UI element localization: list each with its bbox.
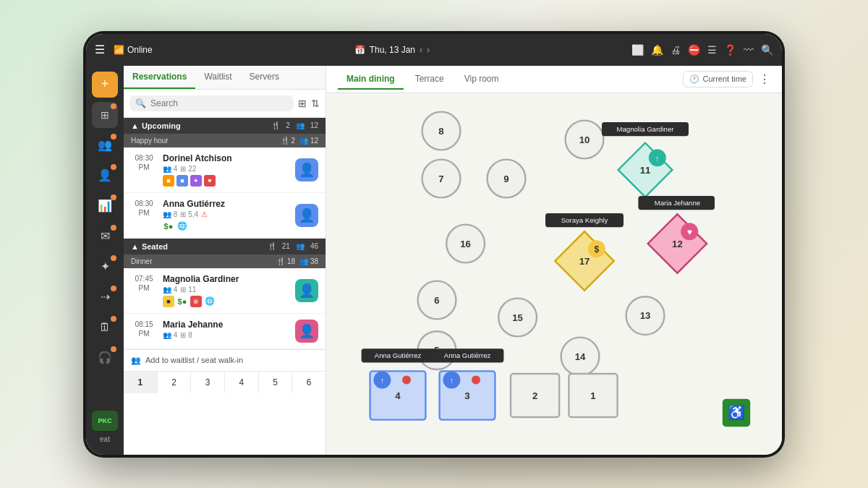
svg-text:12: 12 xyxy=(672,238,683,249)
table-17[interactable]: 17 $ Soraya Keighly xyxy=(545,213,624,291)
svg-text:13: 13 xyxy=(640,310,651,321)
tab-waitlist[interactable]: Waitlist xyxy=(195,66,240,89)
analytics-icon: 📊 xyxy=(98,199,112,213)
table-6[interactable]: 6 xyxy=(418,281,456,319)
chart-icon[interactable]: 〰 xyxy=(744,44,754,56)
sidebar-item-add[interactable]: + xyxy=(92,72,118,98)
table-2[interactable]: 2 xyxy=(511,374,559,417)
date-text: Thu, 13 Jan xyxy=(370,45,415,55)
upcoming-stats: 🍴 2 👥 12 xyxy=(271,121,318,129)
page-1[interactable]: 1 xyxy=(124,372,158,393)
bell-icon[interactable]: 🔔 xyxy=(651,44,663,56)
grid-icon: ⊞ xyxy=(101,109,109,121)
prev-date-button[interactable]: ‹ xyxy=(420,45,422,55)
pkc-badge[interactable]: PKC xyxy=(92,411,118,431)
res-meta: 👥 4 ⊞ 22 xyxy=(163,165,289,173)
reservation-item-anna[interactable]: 08:30PM Anna Gutiérrez 👥 8 ⊞ 5,4 ⚠ $● 🌐 xyxy=(124,193,326,239)
mail-icon: ✉ xyxy=(101,229,110,243)
table-13[interactable]: 13 xyxy=(626,296,665,335)
tab-reservations[interactable]: Reservations xyxy=(124,66,195,89)
floor-plan: 8 7 9 xyxy=(326,93,782,455)
svg-text:15: 15 xyxy=(512,312,523,322)
page-5[interactable]: 5 xyxy=(259,372,293,393)
res-info: Dorinel Atchison 👥 4 ⊞ 22 ■ ■ ✦ ♥ xyxy=(163,153,289,187)
table-1[interactable]: 1 xyxy=(569,374,617,417)
res-tags-3: ■ $● ⊗ 🌐 xyxy=(163,296,289,307)
svg-text:8: 8 xyxy=(438,125,443,136)
reservation-item-dorinel[interactable]: 08:30PM Dorinel Atchison 👥 4 ⊞ 22 ■ ■ ✦ … xyxy=(124,147,326,193)
table-11[interactable]: 11 ↑ Magnolia Gardiner xyxy=(602,122,689,197)
sidebar-item-people[interactable]: 👥 xyxy=(92,132,118,158)
block-icon[interactable]: ⛔ xyxy=(688,44,700,56)
tab-terrace[interactable]: Terrace xyxy=(407,69,453,90)
upcoming-chevron-icon[interactable]: ▲ xyxy=(131,121,139,130)
headphone-icon: 🎧 xyxy=(98,351,112,364)
table-9[interactable]: 9 xyxy=(488,159,526,197)
reservation-item-maria[interactable]: 08:15PM Maria Jehanne 👥 4 ⊞ 8 👤 xyxy=(124,314,326,349)
filter-icon[interactable]: ⇅ xyxy=(311,98,320,109)
upcoming-subsection: Happy hour 🍴 2 👥 12 xyxy=(124,134,326,147)
svg-text:6: 6 xyxy=(434,294,439,305)
svg-text:4: 4 xyxy=(395,390,401,401)
list-icon[interactable]: ☰ xyxy=(707,44,717,56)
table-15[interactable]: 15 xyxy=(498,298,537,336)
svg-text:Anna Gutiérrez: Anna Gutiérrez xyxy=(444,351,491,359)
tab-servers[interactable]: Servers xyxy=(241,66,288,89)
search-input[interactable] xyxy=(150,98,288,108)
grid-view-icon[interactable]: ⊞ xyxy=(298,98,307,109)
svg-point-42 xyxy=(402,375,411,384)
menu-icon[interactable]: ☰ xyxy=(95,43,105,56)
page-4[interactable]: 4 xyxy=(225,372,259,393)
tag-orange: ■ xyxy=(163,175,174,187)
tag-dollar: $● xyxy=(163,221,174,232)
tag-red-2: ⊗ xyxy=(190,296,202,307)
more-options-icon[interactable]: ⋮ xyxy=(759,72,770,86)
table-3[interactable]: 3 ↑ Anna Gutiérrez xyxy=(431,348,504,419)
tab-main-dining[interactable]: Main dining xyxy=(338,69,404,90)
tab-vip-room[interactable]: Vip room xyxy=(456,69,508,90)
search-top-icon[interactable]: 🔍 xyxy=(761,44,773,56)
sidebar-item-analytics[interactable]: 📊 xyxy=(92,193,118,219)
seated-chevron-icon[interactable]: ▲ xyxy=(131,242,139,251)
table-16[interactable]: 16 xyxy=(446,224,485,262)
sidebar-item-mail[interactable]: ✉ xyxy=(92,223,118,249)
table-7[interactable]: 7 xyxy=(422,159,461,197)
waitlist-button[interactable]: 👥 Add to waitlist / seat walk-in xyxy=(124,349,326,371)
sidebar-item-headphone[interactable]: 🎧 xyxy=(92,345,118,371)
seated-section-header: ▲ Seated 🍴 21 👥 46 xyxy=(124,239,326,254)
tag-globe: 🌐 xyxy=(176,221,188,232)
page-3[interactable]: 3 xyxy=(191,372,225,393)
camera-icon[interactable]: ⬜ xyxy=(631,44,644,56)
res-name-3: Magnolia Gardiner xyxy=(163,274,289,284)
person-add-icon: 👤 xyxy=(98,168,112,182)
table-12[interactable]: 12 ♥ Maria Jehanne xyxy=(638,196,715,273)
page-numbers: 1 2 3 4 5 6 xyxy=(124,371,326,393)
seated-stats: 🍴 21 👥 46 xyxy=(268,242,318,250)
reservation-item-magnolia[interactable]: 07:45PM Magnolia Gardiner 👥 4 ⊞ 11 ■ $● … xyxy=(124,268,326,314)
next-date-button[interactable]: › xyxy=(427,45,430,55)
wifi-status: 📶 Online xyxy=(114,45,153,55)
svg-text:Maria Jehanne: Maria Jehanne xyxy=(655,199,700,207)
main-content: + ⊞ 👥 👤 📊 ✉ xyxy=(86,66,782,455)
res-info-3: Magnolia Gardiner 👥 4 ⊞ 11 ■ $● ⊗ 🌐 xyxy=(163,274,289,307)
screen: ☰ 📶 Online 📅 Thu, 13 Jan ‹ › ⬜ 🔔 🖨 ⛔ xyxy=(86,34,782,455)
sidebar-item-calendar[interactable]: 🗓 xyxy=(92,314,118,341)
sidebar-item-flow[interactable]: ⇢ xyxy=(92,284,118,310)
current-time-button[interactable]: 🕐 Current time xyxy=(683,71,753,87)
svg-text:Soraya Keighly: Soraya Keighly xyxy=(561,216,608,224)
res-avatar-4: 👤 xyxy=(295,320,318,343)
sidebar-item-person-add[interactable]: 👤 xyxy=(92,163,118,189)
sidebar-item-grid[interactable]: ⊞ xyxy=(92,102,118,128)
page-2[interactable]: 2 xyxy=(158,372,192,393)
current-time-label: Current time xyxy=(702,74,746,83)
table-14[interactable]: 14 xyxy=(561,337,600,375)
tag-red: ♥ xyxy=(204,175,216,187)
table-4[interactable]: 4 ↑ Anna Gutiérrez xyxy=(362,348,435,419)
print-icon[interactable]: 🖨 xyxy=(671,44,681,56)
table-10[interactable]: 10 xyxy=(566,120,604,158)
table-8[interactable]: 8 xyxy=(422,111,461,150)
sidebar-item-sparkle[interactable]: ✦ xyxy=(92,254,118,280)
help-icon[interactable]: ❓ xyxy=(724,44,736,56)
page-6[interactable]: 6 xyxy=(292,372,326,393)
sidebar-bottom: PKC eat xyxy=(92,411,118,449)
